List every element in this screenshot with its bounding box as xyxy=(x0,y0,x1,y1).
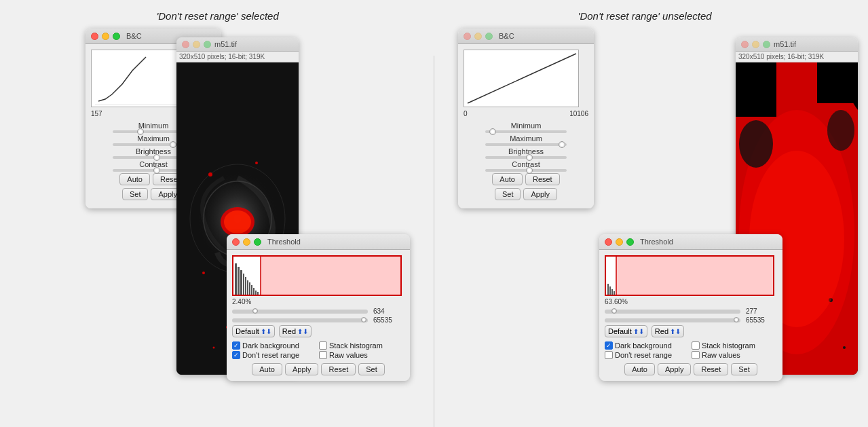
left-bc-title: B&C xyxy=(126,32,142,40)
right-checkbox-group: Dark background Stack histogram Don't re… xyxy=(605,341,777,359)
left-dropdown1-label: Default xyxy=(235,327,259,335)
tl-yellow-right-thresh[interactable] xyxy=(616,238,623,246)
left-section-title: 'Don't reset range' selected xyxy=(156,10,278,22)
left-cb-dont-reset-box[interactable] xyxy=(232,351,240,359)
main-content: B&C 157 1736 Minimum xyxy=(7,29,861,427)
svg-rect-43 xyxy=(614,291,615,295)
svg-rect-41 xyxy=(609,286,611,295)
left-dropdown2-label: Red xyxy=(282,327,296,335)
left-thresh-hist-svg xyxy=(233,257,400,295)
tl-yellow-left-bc[interactable] xyxy=(102,33,109,40)
right-thresh-percent: 63.60% xyxy=(605,298,777,305)
right-bc-reset-btn[interactable]: Reset xyxy=(525,173,560,185)
right-thresh-slider2[interactable] xyxy=(605,318,740,322)
right-bc-minimum: Minimum xyxy=(464,122,588,133)
left-dropdown2[interactable]: Red ⬆⬇ xyxy=(279,325,312,337)
right-thresh-slider1[interactable] xyxy=(605,310,740,314)
svg-rect-25 xyxy=(257,292,259,295)
right-threshold-window: Threshold xyxy=(599,234,782,381)
tl-red-left-img[interactable] xyxy=(182,41,189,48)
svg-rect-44 xyxy=(616,257,773,295)
left-cb-dont-reset-label: Don't reset range xyxy=(242,351,299,359)
left-thresh-slider2[interactable] xyxy=(232,318,368,322)
right-dropdown1[interactable]: Default ⬆⬇ xyxy=(605,325,647,337)
tl-green-right-img[interactable] xyxy=(763,41,770,48)
tl-red-left-thresh[interactable] xyxy=(232,238,240,246)
left-thresh-apply-btn[interactable]: Apply xyxy=(285,363,319,375)
left-threshold-body: 2.40% 634 xyxy=(227,250,410,381)
tl-green-left-img[interactable] xyxy=(204,41,211,48)
left-cb-dark-bg-box[interactable] xyxy=(232,341,240,350)
tl-green-right-bc[interactable] xyxy=(485,33,493,40)
svg-rect-42 xyxy=(611,289,613,295)
svg-point-37 xyxy=(843,346,846,349)
right-cb-stack-hist-box[interactable] xyxy=(692,341,700,350)
left-image-info: 320x510 pixels; 16-bit; 319K xyxy=(176,52,299,62)
right-thresh-set-btn[interactable]: Set xyxy=(731,363,757,375)
right-cb-dark-bg-box[interactable] xyxy=(605,341,613,350)
tl-green-right-thresh[interactable] xyxy=(626,238,634,246)
right-bc-body: 0 10106 Minimum Maximum Brightness Contr… xyxy=(458,44,594,208)
right-bc-maximum-slider[interactable] xyxy=(485,143,567,146)
left-demo-section: B&C 157 1736 Minimum xyxy=(86,29,410,427)
left-bc-set-btn[interactable]: Set xyxy=(122,188,149,200)
right-bc-contrast-label: Contrast xyxy=(512,160,540,168)
right-thresh-reset-btn[interactable]: Reset xyxy=(694,363,728,375)
left-bc-maximum-label: Maximum xyxy=(137,134,170,143)
tl-yellow-left-img[interactable] xyxy=(193,41,200,48)
right-cb-dont-reset-label: Don't reset range xyxy=(615,351,672,359)
left-bc-contrast-label: Contrast xyxy=(139,160,168,168)
tl-green-left-thresh[interactable] xyxy=(254,238,261,246)
left-thresh-value2: 65535 xyxy=(373,316,392,324)
tl-yellow-right-bc[interactable] xyxy=(474,33,482,40)
svg-rect-15 xyxy=(235,263,237,295)
left-thresh-auto-btn[interactable]: Auto xyxy=(252,363,282,375)
svg-rect-18 xyxy=(243,274,244,295)
svg-point-7 xyxy=(208,172,212,177)
left-threshold-window: Threshold xyxy=(227,234,410,381)
right-thresh-apply-btn[interactable]: Apply xyxy=(658,363,692,375)
right-threshold-titlebar: Threshold xyxy=(599,234,782,250)
right-bc-btn-row2: Set Apply xyxy=(464,188,588,200)
right-bc-auto-btn[interactable]: Auto xyxy=(492,173,523,185)
right-thresh-auto-btn[interactable]: Auto xyxy=(624,363,655,375)
right-bc-range-max: 10106 xyxy=(569,110,588,117)
svg-point-6 xyxy=(224,210,251,234)
right-bc-minimum-slider[interactable] xyxy=(485,130,567,133)
right-bc-apply-btn[interactable]: Apply xyxy=(523,188,557,200)
right-bc-contrast-slider[interactable] xyxy=(485,169,567,172)
right-bc-set-btn[interactable]: Set xyxy=(495,188,521,200)
left-cb-raw-values-box[interactable] xyxy=(319,351,327,359)
left-thresh-slider1[interactable] xyxy=(232,310,368,314)
svg-rect-40 xyxy=(607,284,609,295)
left-bc-auto-btn[interactable]: Auto xyxy=(119,173,150,185)
tl-red-right-bc[interactable] xyxy=(464,33,471,40)
tl-red-left-bc[interactable] xyxy=(91,33,98,40)
left-thresh-set-btn[interactable]: Set xyxy=(358,363,385,375)
right-section-title: 'Don't reset range' unselected xyxy=(578,10,712,22)
right-thresh-slider1-row: 277 xyxy=(605,308,777,315)
tl-red-right-thresh[interactable] xyxy=(605,238,612,246)
right-cb-dont-reset-box[interactable] xyxy=(605,351,613,359)
right-dropdown2-label: Red xyxy=(655,327,668,335)
tl-red-right-img[interactable] xyxy=(741,41,749,48)
svg-rect-22 xyxy=(251,285,252,295)
right-bc-btn-row1: Auto Reset xyxy=(464,173,588,185)
right-bc-brightness-slider[interactable] xyxy=(485,156,567,159)
left-cb-stack-hist-box[interactable] xyxy=(319,341,327,350)
right-dropdown2[interactable]: Red ⬆⬇ xyxy=(652,325,684,337)
tl-yellow-right-img[interactable] xyxy=(752,41,759,48)
right-thresh-value2: 65535 xyxy=(746,316,765,324)
left-dropdown1[interactable]: Default ⬆⬇ xyxy=(232,325,275,337)
left-dropdown1-arrow: ⬆⬇ xyxy=(261,328,271,335)
left-cb-stack-hist-label: Stack histogram xyxy=(329,341,383,350)
svg-line-28 xyxy=(468,54,576,103)
tl-green-left-bc[interactable] xyxy=(113,33,120,40)
svg-point-34 xyxy=(827,110,854,151)
right-bc-range-min: 0 xyxy=(464,110,468,117)
left-threshold-titlebar: Threshold xyxy=(227,234,410,250)
left-thresh-reset-btn[interactable]: Reset xyxy=(321,363,356,375)
tl-yellow-left-thresh[interactable] xyxy=(243,238,250,246)
right-cb-stack-hist-label: Stack histogram xyxy=(702,341,755,350)
right-cb-raw-values-box[interactable] xyxy=(692,351,700,359)
